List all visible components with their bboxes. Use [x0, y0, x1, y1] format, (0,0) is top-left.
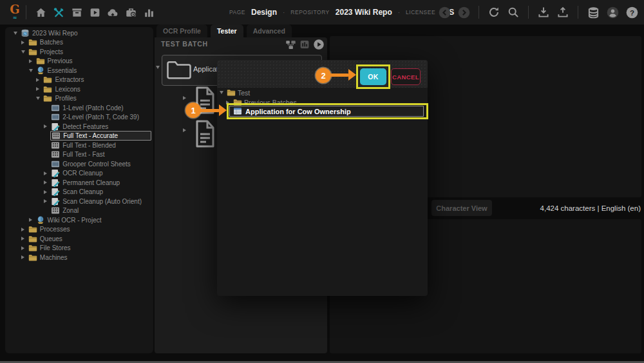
- expander-right-icon[interactable]: [21, 41, 28, 44]
- repo-icon: [21, 29, 30, 37]
- expander-right-icon[interactable]: [21, 246, 28, 250]
- back-circle-icon[interactable]: [437, 5, 451, 19]
- step1-arrowhead: [219, 104, 227, 116]
- batch-root-expander[interactable]: [156, 66, 162, 69]
- download-icon[interactable]: [536, 5, 551, 19]
- sidebar-tree-item[interactable]: File Stores: [5, 244, 153, 253]
- sidebar-tree-item[interactable]: Full Text - Blended: [5, 141, 153, 150]
- expander-down-icon[interactable]: [36, 97, 43, 100]
- sidebar-tree-item[interactable]: Previous: [5, 57, 153, 66]
- tab-character-view[interactable]: Character View: [431, 200, 492, 216]
- sidebar-tree-item[interactable]: Zonal: [5, 206, 153, 216]
- sidebar-tree-item[interactable]: Queues: [5, 234, 153, 244]
- play-box-icon[interactable]: [88, 5, 102, 19]
- sidebar-tree-item[interactable]: Scan Cleanup (Auto Orient): [5, 197, 153, 206]
- expander-right-icon[interactable]: [44, 190, 50, 194]
- forward-circle-icon[interactable]: [457, 5, 471, 19]
- tree-item-label: Essentials: [48, 67, 77, 74]
- sidebar-tree-item[interactable]: Processes: [5, 225, 153, 235]
- folder-icon: [28, 253, 37, 262]
- folder-icon: [43, 75, 52, 84]
- document-icon[interactable]: [194, 119, 216, 148]
- sidebar-tree-item[interactable]: Essentials: [5, 66, 153, 75]
- pencil-icon: [51, 197, 60, 206]
- sidebar-tree-item[interactable]: Machines: [5, 253, 153, 262]
- step2-highlight-outline: [356, 64, 390, 89]
- refresh-icon[interactable]: [487, 5, 501, 19]
- batch-tree-view-icon[interactable]: [285, 39, 296, 50]
- sidebar-tree-item[interactable]: OCR Cleanup: [5, 169, 153, 179]
- expander-down-icon[interactable]: [220, 91, 226, 94]
- tester-tab-strip: OCR ProfileTesterAdvanced: [156, 25, 292, 37]
- sidebar-tree-item[interactable]: Permanent Cleanup: [5, 178, 153, 188]
- licensee-label: LICENSEE: [406, 9, 435, 15]
- expander-right-icon[interactable]: [44, 124, 50, 128]
- statistics-icon[interactable]: [299, 39, 310, 50]
- sidebar-tree-item[interactable]: Batches: [5, 38, 153, 48]
- tree-item-label: Previous: [48, 57, 73, 64]
- sidebar-tree-item[interactable]: Extractors: [5, 75, 153, 85]
- document-expander[interactable]: [183, 128, 189, 132]
- sidebar-tree-item[interactable]: Profiles: [5, 94, 153, 104]
- tab-ocr-profile[interactable]: OCR Profile: [156, 25, 207, 37]
- expander-right-icon[interactable]: [29, 218, 35, 222]
- tools-icon[interactable]: [52, 5, 66, 19]
- logo-wave-icon: ≈: [6, 15, 23, 19]
- tab-advanced[interactable]: Advanced: [247, 25, 292, 37]
- sidebar-tree-item[interactable]: Full Text - Fast: [5, 150, 153, 160]
- expander-right-icon[interactable]: [44, 172, 50, 175]
- user-icon[interactable]: [605, 5, 620, 19]
- cancel-button[interactable]: CANCEL: [391, 68, 421, 85]
- expander-right-icon[interactable]: [36, 87, 43, 91]
- sidebar-tree-item[interactable]: Detect Features: [5, 122, 153, 132]
- expander-right-icon[interactable]: [36, 78, 43, 82]
- run-test-icon[interactable]: [313, 39, 325, 50]
- folder-icon: [28, 225, 37, 233]
- selected-tree-item-box: Full Text - Accurate: [50, 131, 151, 141]
- upload-icon[interactable]: [556, 5, 570, 19]
- document-expander[interactable]: [183, 96, 189, 100]
- search-icon[interactable]: [506, 5, 520, 19]
- sidebar-tree-item[interactable]: Full Text - Accurate: [5, 132, 153, 141]
- expander-right-icon[interactable]: [29, 59, 35, 63]
- expander-right-icon[interactable]: [21, 237, 28, 240]
- tree-item-label: Machines: [40, 254, 68, 261]
- expander-right-icon[interactable]: [21, 255, 28, 259]
- archive-box-icon[interactable]: [70, 5, 84, 19]
- help-icon[interactable]: ?: [625, 5, 639, 19]
- sidebar-tree-item[interactable]: Projects: [5, 47, 153, 57]
- sidebar-tree-item[interactable]: 1-Level (Patch Code): [5, 103, 153, 113]
- sidebar-tree-item[interactable]: Grooper Control Sheets: [5, 159, 153, 169]
- bar-chart-icon[interactable]: [142, 5, 156, 19]
- barcode-icon: [51, 113, 60, 121]
- batch-folder-icon: [166, 58, 192, 81]
- step1-badge: 1: [185, 103, 201, 118]
- page-value[interactable]: Design: [251, 8, 277, 17]
- tree-item-label: Detect Features: [62, 123, 108, 130]
- expander-down-icon[interactable]: [21, 50, 28, 54]
- home-icon[interactable]: [33, 5, 48, 19]
- sidebar-tree-item[interactable]: 2-Level (Patch T, Code 39): [5, 113, 153, 123]
- sidebar-tree-item[interactable]: Wiki OCR - Project: [5, 215, 153, 225]
- database-icon[interactable]: [586, 5, 600, 19]
- sidebar-tree-item[interactable]: Lexicons: [5, 84, 153, 94]
- batch-root-label: Applicati: [193, 65, 220, 73]
- expander-right-icon[interactable]: [44, 181, 50, 184]
- dialog-tree-item-test[interactable]: Test: [220, 88, 250, 97]
- expander-down-icon[interactable]: [14, 32, 20, 35]
- cloud-upload-icon[interactable]: [106, 5, 120, 19]
- sidebar-tree-item[interactable]: 2023 Wiki Repo: [5, 28, 153, 38]
- expander-down-icon[interactable]: [29, 69, 35, 72]
- sidebar-tree-item[interactable]: Scan Cleanup: [5, 188, 153, 197]
- expander-right-icon[interactable]: [21, 228, 28, 231]
- pencil-icon: [51, 123, 60, 131]
- expander-right-icon[interactable]: [44, 199, 50, 203]
- svg-text:?: ?: [629, 8, 634, 16]
- barcode-icon: [51, 104, 60, 112]
- repository-value[interactable]: 2023 Wiki Repo: [336, 8, 392, 17]
- ocr-icon: [51, 141, 60, 150]
- step1-arrow: [200, 109, 220, 112]
- briefcase-clock-icon[interactable]: [124, 5, 138, 19]
- tab-tester[interactable]: Tester: [211, 25, 243, 37]
- topbar-right-icons: ?: [437, 0, 639, 25]
